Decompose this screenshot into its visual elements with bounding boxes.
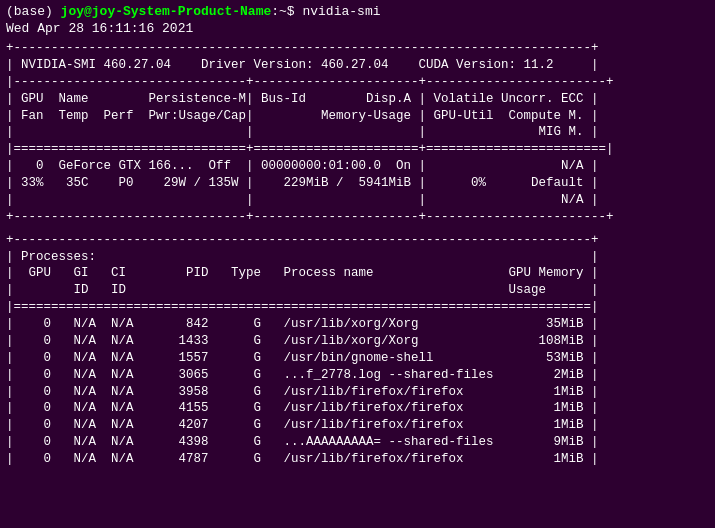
terminal-window: (base) joy@joy-System-Product-Name:~$ nv… bbox=[6, 4, 709, 468]
prompt-base: (base) bbox=[6, 4, 61, 19]
prompt-command: nvidia-smi bbox=[302, 4, 380, 19]
prompt-line: (base) joy@joy-System-Product-Name:~$ nv… bbox=[6, 4, 709, 19]
smi-block1: +---------------------------------------… bbox=[6, 40, 709, 226]
prompt-user: joy@joy-System-Product-Name bbox=[61, 4, 272, 19]
smi-block2: +---------------------------------------… bbox=[6, 232, 709, 468]
prompt-sep: :~$ bbox=[271, 4, 302, 19]
date-line: Wed Apr 28 16:11:16 2021 bbox=[6, 21, 709, 36]
